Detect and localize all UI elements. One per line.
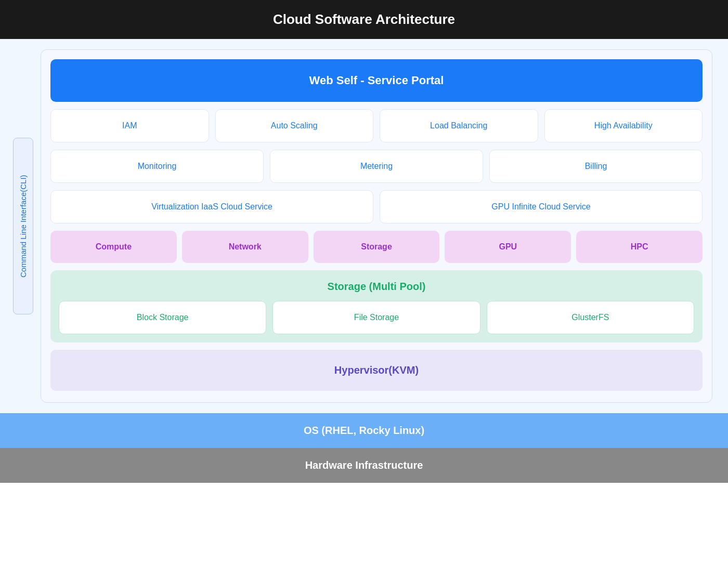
page-title: Cloud Software Architecture [0, 0, 728, 39]
resource-hpc: HPC [576, 231, 703, 263]
service-load-balancing: Load Balancing [380, 109, 538, 142]
hardware-bar: Hardware Infrastructure [0, 448, 728, 483]
cli-label: Command Line Interface(CLI) [13, 138, 33, 314]
service-billing: Billing [489, 150, 703, 183]
service-iam: IAM [50, 109, 209, 142]
resource-gpu: GPU [445, 231, 571, 263]
storage-sub-row: Block Storage File Storage GlusterFS [59, 301, 694, 334]
service-high-availability: High Availability [544, 109, 703, 142]
service-gpu-infinite: GPU Infinite Cloud Service [380, 190, 703, 223]
resource-network: Network [182, 231, 308, 263]
storage-block: Block Storage [59, 301, 266, 334]
service-virtualization: Virtualization IaaS Cloud Service [50, 190, 373, 223]
storage-file: File Storage [272, 301, 480, 334]
resource-row: Compute Network Storage GPU HPC [50, 231, 703, 263]
hypervisor-box: Hypervisor(KVM) [50, 350, 703, 391]
service-auto-scaling: Auto Scaling [215, 109, 374, 142]
os-bar: OS (RHEL, Rocky Linux) [0, 413, 728, 448]
web-portal-box: Web Self - Service Portal [50, 59, 703, 102]
cli-label-container: Command Line Interface(CLI) [5, 49, 41, 403]
storage-pool-title: Storage (Multi Pool) [59, 279, 694, 295]
storage-pool: Storage (Multi Pool) Block Storage File … [50, 270, 703, 342]
resource-compute: Compute [50, 231, 177, 263]
storage-glusterfs: GlusterFS [487, 301, 694, 334]
service-metering: Metering [270, 150, 483, 183]
resource-storage: Storage [314, 231, 440, 263]
virt-row: Virtualization IaaS Cloud Service GPU In… [50, 190, 703, 223]
service-monitoring: Monitoring [50, 150, 264, 183]
service-row-2: Monitoring Metering Billing [50, 150, 703, 183]
service-row-1: IAM Auto Scaling Load Balancing High Ava… [50, 109, 703, 142]
main-content: Web Self - Service Portal IAM Auto Scali… [41, 49, 712, 403]
